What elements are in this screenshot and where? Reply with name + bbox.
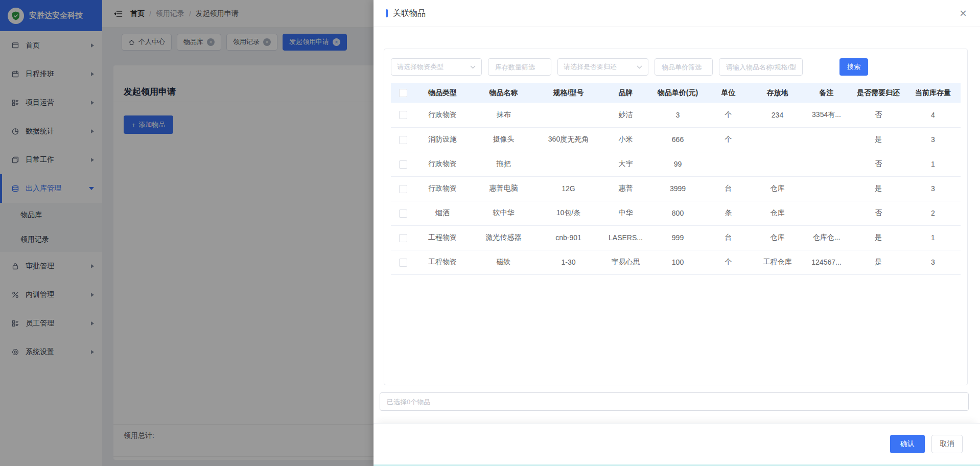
table-row[interactable]: 烟酒软中华10包/条中华800条仓库否2 — [391, 201, 961, 225]
table-row[interactable]: 行政物资拖把大宇99否1 — [391, 152, 961, 176]
items-table: 物品类型物品名称规格/型号品牌物品单价(元)单位存放地备注是否需要归还当前库存量… — [391, 83, 961, 275]
table-row[interactable]: 消防设施摄像头360度无死角小米666个是3 — [391, 127, 961, 152]
price-filter-input-wrap — [655, 58, 713, 76]
material-type-select[interactable]: 请选择物资类型 — [391, 58, 482, 76]
cell-location — [753, 152, 802, 176]
cell-type: 工程物资 — [415, 250, 470, 274]
cell-name: 磁铁 — [470, 250, 538, 274]
cell-unit: 个 — [704, 127, 753, 152]
cell-name: 软中华 — [470, 201, 538, 225]
cell-stock: 4 — [905, 103, 961, 127]
row-checkbox[interactable] — [399, 209, 407, 218]
chevron-down-icon — [470, 65, 476, 69]
items-table-body: 行政物资抹布妙洁3个2343354有...否4消防设施摄像头360度无死角小米6… — [391, 103, 961, 274]
cell-remark — [802, 152, 851, 176]
cell-stock: 1 — [905, 152, 961, 176]
price-filter-input[interactable] — [661, 63, 707, 72]
row-checkbox[interactable] — [399, 160, 407, 169]
cell-remark — [802, 201, 851, 225]
cell-name: 抹布 — [470, 103, 538, 127]
cell-unit: 个 — [704, 103, 753, 127]
name-filter-input[interactable] — [725, 63, 797, 72]
cell-stock: 1 — [905, 225, 961, 250]
cell-name: 摄像头 — [470, 127, 538, 152]
cell-price: 100 — [652, 250, 704, 274]
cell-stock: 3 — [905, 176, 961, 201]
cell-returnable: 否 — [851, 201, 905, 225]
table-row[interactable]: 工程物资磁铁1-30宇易心思100个工程仓库124567...是3 — [391, 250, 961, 274]
cell-type: 消防设施 — [415, 127, 470, 152]
column-header-location: 存放地 — [753, 83, 802, 103]
cell-returnable: 否 — [851, 103, 905, 127]
cell-location — [753, 127, 802, 152]
cell-brand: 宇易心思 — [599, 250, 652, 274]
column-header-remark: 备注 — [802, 83, 851, 103]
filter-table-panel: 请选择物资类型 请选择是否要归还 搜索 物品类型物品名称规格/型号品牌物品单价(… — [384, 49, 968, 385]
confirm-button[interactable]: 确认 — [890, 435, 925, 453]
chevron-down-icon — [637, 65, 642, 69]
cell-price: 3 — [652, 103, 704, 127]
cell-name: 拖把 — [470, 152, 538, 176]
filter-row: 请选择物资类型 请选择是否要归还 搜索 — [391, 58, 961, 76]
cell-location: 仓库 — [753, 176, 802, 201]
row-checkbox[interactable] — [399, 234, 407, 242]
cell-brand: 妙洁 — [599, 103, 652, 127]
cell-remark: 3354有... — [802, 103, 851, 127]
table-header-row: 物品类型物品名称规格/型号品牌物品单价(元)单位存放地备注是否需要归还当前库存量 — [391, 83, 961, 103]
cell-location: 234 — [753, 103, 802, 127]
column-header-type: 物品类型 — [415, 83, 470, 103]
cell-returnable: 是 — [851, 127, 905, 152]
row-checkbox[interactable] — [399, 136, 407, 144]
stock-filter-input[interactable] — [494, 63, 545, 72]
cell-spec: 12G — [538, 176, 599, 201]
cell-returnable: 是 — [851, 250, 905, 274]
column-header-price: 物品单价(元) — [652, 83, 704, 103]
name-filter-input-wrap — [719, 58, 803, 76]
cell-spec: 10包/条 — [538, 201, 599, 225]
cell-name: 激光传感器 — [470, 225, 538, 250]
cell-type: 行政物资 — [415, 176, 470, 201]
row-checkbox[interactable] — [399, 185, 407, 193]
close-icon[interactable]: × — [960, 7, 967, 19]
cell-price: 800 — [652, 201, 704, 225]
cell-price: 3999 — [652, 176, 704, 201]
cell-spec — [538, 152, 599, 176]
title-accent-bar — [386, 9, 388, 17]
cell-spec: 360度无死角 — [538, 127, 599, 152]
table-row[interactable]: 行政物资抹布妙洁3个2343354有...否4 — [391, 103, 961, 127]
selected-summary-bar — [380, 392, 969, 411]
selected-summary-input[interactable] — [380, 398, 968, 406]
cell-name: 惠普电脑 — [470, 176, 538, 201]
column-header-unit: 单位 — [704, 83, 753, 103]
cell-unit: 个 — [704, 250, 753, 274]
stock-filter-input-wrap — [488, 58, 551, 76]
cell-brand: 惠普 — [599, 176, 652, 201]
column-header-stock: 当前库存量 — [905, 83, 961, 103]
cancel-button[interactable]: 取消 — [931, 435, 963, 453]
cell-spec: cnb-901 — [538, 225, 599, 250]
cell-unit: 台 — [704, 176, 753, 201]
items-table-head: 物品类型物品名称规格/型号品牌物品单价(元)单位存放地备注是否需要归还当前库存量 — [391, 83, 961, 103]
table-row[interactable]: 行政物资惠普电脑12G惠普3999台仓库是3 — [391, 176, 961, 201]
cell-stock: 3 — [905, 127, 961, 152]
cell-remark: 仓库仓... — [802, 225, 851, 250]
cell-unit: 台 — [704, 225, 753, 250]
drawer-footer: 确认 取消 — [374, 423, 980, 466]
cell-spec — [538, 103, 599, 127]
cell-price: 666 — [652, 127, 704, 152]
cell-price: 99 — [652, 152, 704, 176]
row-checkbox[interactable] — [399, 259, 407, 267]
cell-brand: LASERS... — [599, 225, 652, 250]
returnable-select[interactable]: 请选择是否要归还 — [557, 58, 648, 76]
search-button[interactable]: 搜索 — [839, 58, 868, 76]
table-row[interactable]: 工程物资激光传感器cnb-901LASERS...999台仓库仓库仓...是1 — [391, 225, 961, 250]
related-items-drawer: 关联物品 × 请选择物资类型 请选择是否要归还 搜索 — [374, 0, 980, 466]
cell-remark — [802, 176, 851, 201]
cell-returnable: 是 — [851, 176, 905, 201]
column-header-brand: 品牌 — [599, 83, 652, 103]
cell-brand: 中华 — [599, 201, 652, 225]
row-checkbox[interactable] — [399, 111, 407, 119]
select-all-checkbox[interactable] — [399, 89, 407, 97]
cell-location: 工程仓库 — [753, 250, 802, 274]
cell-stock: 2 — [905, 201, 961, 225]
